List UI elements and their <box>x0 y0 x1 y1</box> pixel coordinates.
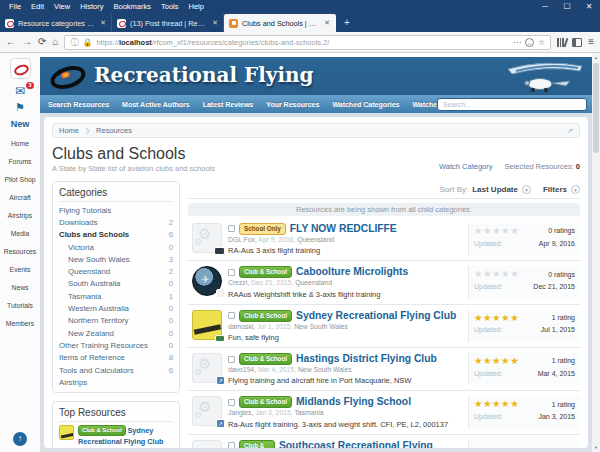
site-title[interactable]: Recreational Flying <box>94 63 314 87</box>
resource-checkbox[interactable] <box>228 312 235 319</box>
category-other-training-resources[interactable]: Other Training Resources0 <box>59 339 173 351</box>
author-link[interactable]: Crezzi <box>228 279 251 286</box>
resource-title-link[interactable]: Midlands Flying School <box>296 396 411 408</box>
author-link[interactable]: davo194 <box>228 366 258 373</box>
resource-thumbnail-logo[interactable] <box>192 266 222 296</box>
lock-icon[interactable]: 🔒 <box>82 38 92 47</box>
vertical-scrollbar[interactable]: ▲ ▼ <box>592 53 600 452</box>
pocket-icon[interactable]: ⌄ <box>525 38 534 47</box>
rf-logo-icon[interactable] <box>10 58 31 79</box>
scroll-down-arrow-icon[interactable]: ▼ <box>592 443 600 452</box>
category-new-south-wales[interactable]: New South Wales3 <box>59 253 173 265</box>
reload-icon[interactable]: ⟳ <box>38 37 46 47</box>
sidebar-item-aircraft[interactable]: Aircraft <box>0 189 40 207</box>
maximize-button[interactable]: ☐ <box>556 2 578 11</box>
resource-thumbnail-gears-link[interactable]: ⚙⚙↗ <box>192 353 222 383</box>
tab-close-icon[interactable]: ✕ <box>100 19 106 27</box>
author-link[interactable]: Jangles <box>228 409 255 416</box>
resource-title-link[interactable]: Caboolture Microlights <box>296 266 408 278</box>
resource-thumbnail-gears-photo[interactable]: ⚙⚙ <box>192 223 222 253</box>
menu-edit[interactable]: Edit <box>26 2 49 11</box>
category-new-zealand[interactable]: New Zealand0 <box>59 327 173 339</box>
category-tasmania[interactable]: Tasmania1 <box>59 290 173 302</box>
tab-resource-categories[interactable]: Resource categories | Recreational Flyin… <box>0 14 112 32</box>
tab-clubs-and-schools[interactable]: Clubs and Schools | Recreational Flying … <box>224 14 336 32</box>
sidebar-item-events[interactable]: Events <box>0 261 40 279</box>
new-tab-button[interactable]: + <box>336 17 358 28</box>
scroll-up-arrow-icon[interactable]: ▲ <box>592 53 600 62</box>
sidebar-item-new[interactable]: New <box>0 119 40 129</box>
menu-view[interactable]: View <box>49 2 75 11</box>
page-actions-icon[interactable]: ⋯ <box>513 38 521 47</box>
resource-thumbnail-logo[interactable] <box>192 310 222 340</box>
resource-checkbox[interactable] <box>228 225 235 232</box>
sidebar-item-members[interactable]: Members <box>0 315 40 333</box>
sidebar-toggle-icon[interactable] <box>572 38 582 47</box>
menu-file[interactable]: File <box>4 2 26 11</box>
url-bar[interactable]: ⓘ 🔒 https://localhost/rfcom_xf1/resource… <box>64 35 551 50</box>
page-info-icon[interactable]: ⓘ <box>70 37 78 48</box>
url-text[interactable]: https://localhost/rfcom_xf1/resources/ca… <box>96 38 509 47</box>
tab-post-thread[interactable]: (13) Post thread | Recreational Flying ✕ <box>112 14 224 32</box>
sidebar-item-tutorials[interactable]: Tutorials <box>0 297 40 315</box>
nav-search-resources[interactable]: Search Resources <box>48 101 109 108</box>
breadcrumb-resources[interactable]: Resources <box>96 126 132 135</box>
resource-thumbnail-logo[interactable] <box>192 440 222 448</box>
resource-checkbox[interactable] <box>228 399 235 406</box>
resource-title-link[interactable]: Southcoast Recreational Flying Club - No… <box>279 440 458 448</box>
top-resource-item[interactable]: Club & School Sydney Recreational Flying… <box>59 425 173 448</box>
category-flying-tutorials[interactable]: Flying Tutorials <box>59 204 173 216</box>
nav-your-resources[interactable]: Your Resources <box>266 101 319 108</box>
category-victoria[interactable]: Victoria0 <box>59 241 173 253</box>
nav-watched-categories[interactable]: Watched Categories <box>332 101 399 108</box>
sidebar-item-home[interactable]: Home <box>0 135 40 153</box>
tab-close-icon[interactable]: ✕ <box>324 19 330 27</box>
sidebar-item-media[interactable]: Media <box>0 225 40 243</box>
menu-bookmarks[interactable]: Bookmarks <box>109 2 157 11</box>
sidebar-item-forums[interactable]: Forums <box>0 153 40 171</box>
category-items-of-reference[interactable]: Items of Reference8 <box>59 352 173 364</box>
category-clubs-and-schools[interactable]: Clubs and Schools6 <box>59 229 173 241</box>
resource-checkbox[interactable] <box>228 269 235 276</box>
tab-close-icon[interactable]: ✕ <box>212 19 218 27</box>
category-western-australia[interactable]: Western Australia0 <box>59 302 173 314</box>
category-northern-territory[interactable]: Northern Territory0 <box>59 315 173 327</box>
alerts-flag-icon[interactable]: ⚑ <box>0 101 40 113</box>
resource-checkbox[interactable] <box>228 356 235 363</box>
bookmark-star-icon[interactable]: ☆ <box>538 38 545 47</box>
filters-button[interactable]: Filters <box>543 185 567 194</box>
sort-dropdown-icon[interactable]: ▼ <box>522 185 531 194</box>
resource-thumbnail-gears-link[interactable]: ⚙⚙↗ <box>192 396 222 426</box>
home-icon[interactable]: ⌂ <box>52 37 58 47</box>
breadcrumb-home[interactable]: Home <box>59 126 79 135</box>
search-input[interactable] <box>437 98 587 111</box>
sidebar-item-news[interactable]: News <box>0 279 40 297</box>
resource-title-link[interactable]: Hastings District Flying Club <box>296 353 437 365</box>
menu-tools[interactable]: Tools <box>156 2 184 11</box>
close-button[interactable]: ✕ <box>578 2 600 11</box>
rf-swoosh-logo-icon[interactable] <box>48 62 86 88</box>
resource-checkbox[interactable] <box>228 442 235 448</box>
author-link[interactable]: DGL Fox <box>228 236 258 243</box>
sidebar-item-pilot-shop[interactable]: Pilot Shop <box>0 171 40 189</box>
watch-category-link[interactable]: Watch Category <box>439 162 493 171</box>
category-tools-and-calculators[interactable]: Tools and Calculators6 <box>59 364 173 376</box>
resource-title-link[interactable]: Sydney Recreational Flying Club <box>296 310 456 322</box>
nav-most-active-authors[interactable]: Most Active Authors <box>122 101 190 108</box>
author-link[interactable]: damoski <box>228 323 257 330</box>
resource-title-link[interactable]: FLY NOW REDCLIFFE <box>290 223 397 235</box>
hamburger-menu-icon[interactable]: ≡ <box>588 37 594 47</box>
share-icon[interactable]: ↗ <box>567 127 573 135</box>
forward-icon[interactable]: → <box>22 37 32 47</box>
menu-history[interactable]: History <box>75 2 108 11</box>
sort-value[interactable]: Last Update <box>472 185 518 194</box>
category-airstrips[interactable]: Airstrips <box>59 376 173 388</box>
scrollbar-thumb[interactable] <box>593 63 599 153</box>
category-downloads[interactable]: Downloads2 <box>59 216 173 228</box>
library-icon[interactable] <box>557 37 566 47</box>
category-queensland[interactable]: Queensland2 <box>59 265 173 277</box>
inbox-icon[interactable]: ✉ 3 <box>12 85 28 97</box>
back-icon[interactable]: ← <box>6 37 16 47</box>
sidebar-item-airstrips[interactable]: Airstrips <box>0 207 40 225</box>
category-south-australia[interactable]: South Australia0 <box>59 278 173 290</box>
